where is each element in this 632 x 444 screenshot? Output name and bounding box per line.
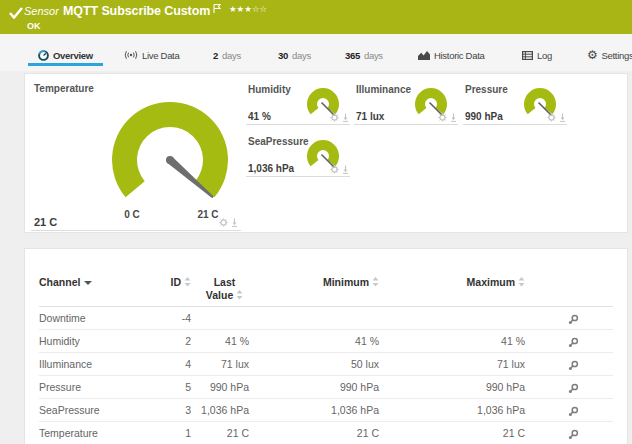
gauge-dial (105, 94, 235, 214)
col-header-minimum[interactable]: Minimum (249, 249, 379, 306)
channel-settings-gear-icon[interactable] (330, 165, 339, 174)
tab-historic-data[interactable]: Historic Data (418, 40, 484, 70)
stars-empty: ☆☆ (252, 4, 267, 14)
channel-settings-icon[interactable] (568, 337, 579, 348)
tab-unit: days (292, 50, 311, 61)
col-header-maximum[interactable]: Maximum (379, 249, 525, 306)
channel-settings-gear-icon[interactable] (547, 113, 556, 122)
gauge-pressure: Pressure 990 hPa (463, 81, 567, 125)
cell-max: 990 hPa (379, 376, 525, 398)
cell-min: 41 % (249, 330, 379, 352)
sort-icon (184, 277, 191, 287)
channel-settings-icon[interactable] (568, 429, 579, 440)
tab-live-data[interactable]: Live Data (124, 40, 179, 70)
cell-last (191, 307, 249, 329)
tab-settings[interactable]: ⚙ Settings (587, 40, 632, 70)
cell-channel: Temperature (39, 422, 159, 444)
channel-settings-gear-icon[interactable] (219, 218, 228, 227)
cell-channel: Humidity (39, 330, 159, 352)
cell-last: 990 hPa (191, 376, 249, 398)
gear-icon: ⚙ (587, 49, 597, 61)
sort-caret-icon (84, 281, 92, 285)
cell-channel: SeaPressure (39, 399, 159, 421)
col-header-last-value[interactable]: LastValue (191, 249, 249, 306)
gauge-humidity: Humidity 41 % (246, 81, 350, 125)
cell-id: -4 (159, 307, 191, 329)
channel-settings-icon[interactable] (568, 314, 579, 325)
tab-label: Settings (601, 50, 632, 61)
tab-bar: Overview Live Data 2days 30days 365days … (0, 34, 632, 71)
cell-channel: Illuminance (39, 353, 159, 375)
channel-settings-gear-icon[interactable] (330, 113, 339, 122)
gauge-title: Temperature (34, 83, 94, 94)
gauge-title: Illuminance (356, 84, 411, 95)
tab-365-days[interactable]: 365days (345, 40, 383, 70)
cell-max: 41 % (379, 330, 525, 352)
chart-icon (418, 50, 430, 60)
col-header-channel[interactable]: Channel (39, 249, 159, 306)
tab-log[interactable]: Log (522, 40, 552, 70)
cell-channel: Downtime (39, 307, 159, 329)
broadcast-icon (124, 50, 138, 60)
gauge-illuminance: Illuminance 71 lux (354, 81, 458, 125)
cell-id: 5 (159, 376, 191, 398)
tab-label: Overview (53, 50, 93, 61)
cell-max (379, 307, 525, 329)
channel-settings-icon[interactable] (568, 383, 579, 394)
table-row: Downtime -4 (39, 307, 613, 330)
gauge-scale-max: 21 C (197, 209, 218, 220)
cell-min: 21 C (249, 422, 379, 444)
tab-2-days[interactable]: 2days (213, 40, 241, 70)
gauge-title: SeaPressure (248, 136, 309, 147)
sensor-header: Sensor MQTT Subscribe Custom ★★★☆☆ OK (0, 0, 632, 34)
col-header-id[interactable]: ID (159, 249, 191, 306)
pin-icon[interactable] (342, 165, 349, 174)
tab-num: 365 (345, 50, 360, 61)
priority-stars[interactable]: ★★★☆☆ (229, 4, 267, 14)
cell-last: 21 C (191, 422, 249, 444)
status-ok-check-icon (9, 7, 23, 19)
active-tab-underline (28, 63, 103, 66)
cell-max: 21 C (379, 422, 525, 444)
sort-icon (372, 277, 379, 287)
channel-settings-gear-icon[interactable] (438, 113, 447, 122)
gauges-panel: Temperature 0 C 21 C 21 C Humidity 41 % … (24, 73, 628, 233)
table-row: SeaPressure 3 1,036 hPa 1,036 hPa 1,036 … (39, 399, 613, 422)
gauge-value: 21 C (34, 216, 57, 228)
table-row: Pressure 5 990 hPa 990 hPa 990 hPa (39, 376, 613, 399)
sort-icon (236, 290, 243, 300)
cell-id: 3 (159, 399, 191, 421)
cell-max: 71 lux (379, 353, 525, 375)
stars-filled: ★★★ (229, 4, 252, 14)
pin-icon[interactable] (450, 113, 457, 122)
cell-min: 50 lux (249, 353, 379, 375)
flag-icon[interactable] (213, 4, 221, 13)
sort-icon (518, 277, 525, 287)
tab-unit: days (222, 50, 241, 61)
gauge-temperature: Temperature 0 C 21 C 21 C (31, 78, 241, 231)
log-icon (522, 51, 533, 60)
cell-max: 1,036 hPa (379, 399, 525, 421)
cell-min: 990 hPa (249, 376, 379, 398)
channel-settings-icon[interactable] (568, 406, 579, 417)
tab-30-days[interactable]: 30days (278, 40, 311, 70)
channel-settings-icon[interactable] (568, 360, 579, 371)
tab-num: 30 (278, 50, 288, 61)
cell-channel: Pressure (39, 376, 159, 398)
gauge-seapressure: SeaPressure 1,036 hPa (246, 133, 350, 177)
cell-last: 71 lux (191, 353, 249, 375)
tab-unit: days (364, 50, 383, 61)
gauge-title: Pressure (465, 84, 508, 95)
channels-table-panel: Channel ID LastValue Minimum Maximum Dow… (24, 248, 628, 444)
gauge-value: 1,036 hPa (248, 163, 294, 174)
channels-table: Channel ID LastValue Minimum Maximum Dow… (39, 249, 613, 444)
pin-icon[interactable] (231, 218, 238, 227)
pin-icon[interactable] (342, 113, 349, 122)
sensor-status-badge: OK (27, 21, 41, 31)
gauge-icon (38, 50, 49, 61)
tab-label: Historic Data (434, 50, 484, 61)
table-row: Temperature 1 21 C 21 C 21 C (39, 422, 613, 444)
cell-id: 2 (159, 330, 191, 352)
cell-last: 1,036 hPa (191, 399, 249, 421)
pin-icon[interactable] (559, 113, 566, 122)
